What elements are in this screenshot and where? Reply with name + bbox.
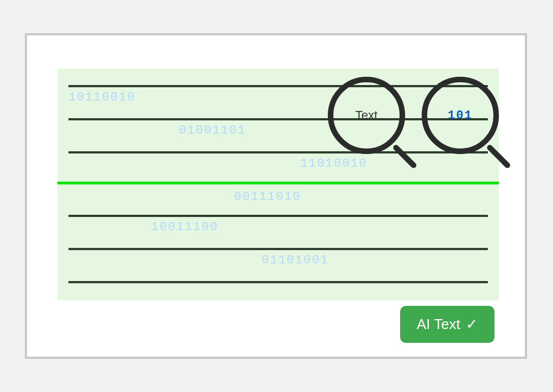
magnifier-code-label: 101 [448, 109, 473, 123]
binary-pattern: 01001101 [179, 124, 246, 137]
text-line [68, 281, 488, 283]
ai-text-button-label: AI Text [417, 316, 460, 333]
magnifier-text-label: Text [355, 108, 377, 123]
binary-pattern: 10110010 [68, 91, 136, 104]
ai-text-button[interactable]: AI Text ✓ [400, 306, 494, 343]
binary-pattern: 01101001 [262, 253, 329, 267]
binary-pattern: 10011100 [151, 220, 219, 234]
magnifier-text-icon: Text [328, 77, 411, 160]
binary-pattern: 00111010 [234, 190, 301, 204]
document-panel: 10110010 01001101 11010010 00111010 1001… [57, 68, 499, 300]
magnifier-code-icon: 101 [422, 77, 504, 160]
check-icon: ✓ [466, 316, 478, 333]
text-line [68, 248, 488, 250]
text-line [68, 215, 488, 217]
diagram-canvas: 10110010 01001101 11010010 00111010 1001… [25, 33, 527, 359]
scan-line [57, 182, 499, 184]
